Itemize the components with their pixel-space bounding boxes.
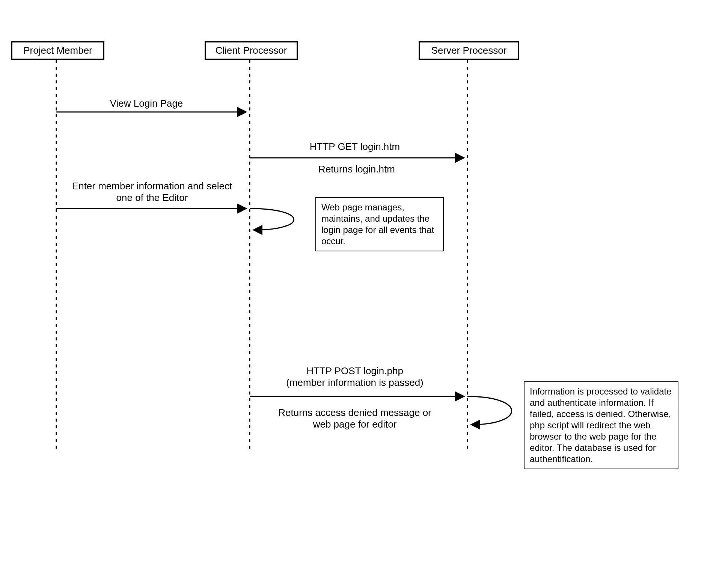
diagram-svg (0, 0, 728, 576)
note-server: Information is processed to validate and… (524, 381, 678, 469)
label-http-get: HTTP GET login.htm (289, 141, 421, 153)
label-http-post: HTTP POST login.php (member information … (270, 365, 439, 389)
actor-client-processor: Client Processor (205, 41, 298, 60)
sequence-diagram: Project Member Client Processor Server P… (0, 0, 728, 576)
actor-project-member: Project Member (11, 41, 104, 60)
note-client: Web page manages, maintains, and updates… (315, 197, 444, 251)
label-view-login: View Login Page (94, 98, 199, 109)
actor-server-processor: Server Processor (419, 41, 519, 60)
label-returns-login: Returns login.htm (300, 163, 413, 175)
label-enter-info: Enter member information and select one … (60, 180, 244, 204)
label-returns-access: Returns access denied message or web pag… (263, 407, 447, 430)
